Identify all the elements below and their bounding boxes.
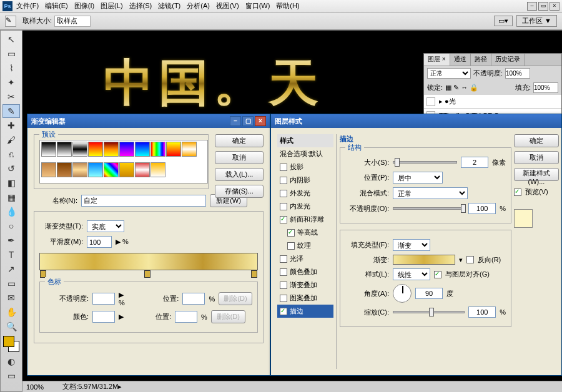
gradient-bar[interactable]	[39, 253, 258, 270]
preset-swatch[interactable]	[88, 162, 103, 177]
opacity-slider[interactable]	[393, 207, 465, 210]
blur-tool[interactable]: 💧	[2, 205, 20, 218]
style-checkbox[interactable]	[280, 308, 287, 315]
save-button[interactable]: 存储(S)...	[215, 185, 264, 198]
notes-tool[interactable]: ✉	[2, 291, 20, 305]
zoom-tool[interactable]: 🔍	[2, 320, 20, 333]
gradient-stop[interactable]	[144, 270, 150, 278]
blend-options-item[interactable]: 混合选项:默认	[277, 147, 333, 160]
lasso-tool[interactable]: ⌇	[2, 61, 20, 75]
heal-tool[interactable]: ✚	[2, 119, 20, 132]
pen-tool[interactable]: ✒	[2, 233, 20, 247]
maximize-icon[interactable]: ▢	[242, 116, 254, 126]
opacity-field[interactable]	[468, 203, 496, 214]
gradient-preview[interactable]	[393, 255, 455, 265]
preset-swatch[interactable]	[57, 142, 72, 157]
restore-button[interactable]: ▭	[538, 2, 548, 11]
preset-swatch[interactable]	[57, 162, 72, 177]
wand-tool[interactable]: ✦	[2, 76, 20, 89]
tab-paths[interactable]: 路径	[471, 54, 491, 66]
preset-swatch[interactable]	[104, 162, 119, 177]
style-checkbox[interactable]	[280, 203, 287, 210]
visibility-icon[interactable]	[426, 97, 435, 106]
style-item-drop[interactable]: 投影	[277, 160, 333, 174]
preset-swatch[interactable]	[150, 162, 165, 177]
style-item-texture[interactable]: 纹理	[277, 239, 333, 252]
cancel-button[interactable]: 取消	[514, 151, 559, 164]
menu-filter[interactable]: 滤镜(T)	[158, 1, 180, 11]
screen-mode-button[interactable]: ▭▾	[494, 16, 513, 26]
gradient-tool[interactable]: ▦	[2, 190, 20, 204]
dodge-tool[interactable]: ○	[2, 219, 20, 233]
tool-preset-picker[interactable]: ✎	[5, 16, 16, 27]
cancel-button[interactable]: 取消	[215, 151, 264, 164]
menu-help[interactable]: 帮助(H)	[276, 1, 299, 11]
style-item-satin[interactable]: 光泽	[277, 252, 333, 265]
menu-layer[interactable]: 图层(L)	[101, 1, 122, 11]
preset-swatch[interactable]	[166, 142, 181, 157]
preset-swatch[interactable]	[150, 142, 165, 157]
angle-field[interactable]	[415, 288, 443, 299]
style-item-inner[interactable]: 内阴影	[277, 174, 333, 187]
ok-button[interactable]: 确定	[514, 134, 559, 147]
size-slider[interactable]	[393, 161, 457, 164]
reverse-checkbox[interactable]	[466, 256, 474, 263]
gradient-name-field[interactable]	[81, 195, 206, 207]
style-item-stroke[interactable]: 描边	[277, 305, 333, 318]
style-checkbox[interactable]	[287, 242, 295, 250]
preset-swatch[interactable]	[88, 142, 103, 157]
size-field[interactable]	[461, 157, 488, 168]
preset-swatch[interactable]	[182, 142, 197, 157]
preset-swatch[interactable]	[119, 142, 134, 157]
dialog-title-bar[interactable]: 渐变编辑器 –▢×	[27, 114, 270, 128]
style-checkbox[interactable]	[280, 216, 287, 223]
smoothness-field[interactable]	[87, 236, 112, 248]
style-checkbox[interactable]	[280, 177, 287, 184]
path-tool[interactable]: ↗	[2, 262, 20, 276]
menu-edit[interactable]: 编辑(E)	[45, 1, 68, 11]
stamp-tool[interactable]: ⎌	[2, 147, 20, 161]
style-checkbox[interactable]	[280, 164, 287, 171]
color-swatch[interactable]	[3, 336, 19, 352]
tab-history[interactable]: 历史记录	[491, 54, 525, 66]
fill-field[interactable]	[533, 82, 558, 93]
lock-icons[interactable]: ▦ ✎ ↔ 🔒	[445, 84, 478, 92]
align-checkbox[interactable]	[434, 271, 441, 278]
close-button[interactable]: ×	[550, 2, 560, 11]
style-checkbox[interactable]	[280, 295, 287, 302]
preset-swatch[interactable]	[41, 162, 56, 177]
menu-select[interactable]: 选择(S)	[129, 1, 152, 11]
shape-tool[interactable]: ▭	[2, 277, 20, 290]
preset-swatch[interactable]	[72, 142, 87, 157]
menu-file[interactable]: 文件(F)	[16, 1, 39, 11]
sample-size-field[interactable]	[54, 16, 91, 27]
style-item-bevel[interactable]: 斜面和浮雕	[277, 213, 333, 226]
style-checkbox[interactable]	[280, 282, 287, 289]
workspace-button[interactable]: 工作区 ▼	[516, 15, 557, 27]
scale-field[interactable]	[468, 306, 496, 318]
opacity-field[interactable]	[505, 68, 530, 79]
angle-control[interactable]	[393, 284, 412, 303]
gradient-stop[interactable]	[251, 270, 257, 278]
tab-channels[interactable]: 通道	[450, 54, 471, 66]
screenmode-toggle[interactable]: ▭	[2, 369, 20, 383]
zoom-level[interactable]: 100%	[26, 383, 44, 391]
preset-swatch[interactable]	[119, 162, 134, 177]
style-item-patoverlay[interactable]: 图案叠加	[277, 292, 333, 305]
preset-swatch[interactable]	[72, 162, 87, 177]
style-item-contour[interactable]: 等高线	[277, 226, 333, 239]
menu-image[interactable]: 图像(I)	[74, 1, 94, 11]
blendmode-select[interactable]: 正常	[393, 187, 468, 199]
eraser-tool[interactable]: ◧	[2, 176, 20, 190]
newstyle-button[interactable]: 新建样式(W)...	[514, 168, 559, 181]
minimize-button[interactable]: –	[527, 2, 537, 11]
history-brush-tool[interactable]: ↺	[2, 162, 20, 175]
crop-tool[interactable]: ✂	[2, 90, 20, 104]
layer-row[interactable]: ▸ ● 光	[424, 95, 561, 109]
preset-swatch[interactable]	[135, 142, 150, 157]
type-tool[interactable]: T	[2, 248, 20, 262]
menu-view[interactable]: 视图(V)	[216, 1, 239, 11]
dialog-title-bar[interactable]: 图层样式	[271, 114, 561, 128]
scale-slider[interactable]	[393, 311, 465, 313]
preview-checkbox[interactable]	[514, 189, 521, 196]
